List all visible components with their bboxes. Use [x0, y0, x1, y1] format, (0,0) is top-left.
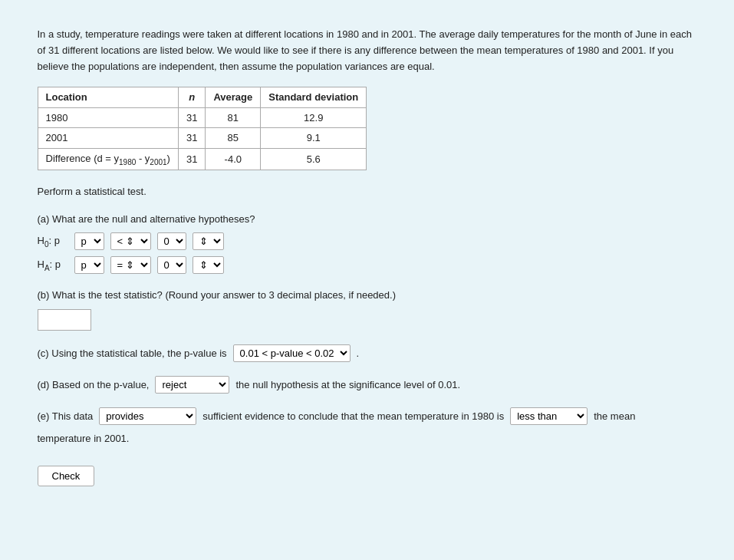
conclusion-suffix2: temperature in 2001. [38, 431, 697, 446]
h0-value-select[interactable]: 0 1 2 [157, 232, 186, 250]
part-d-suffix: the null hypothesis at the significance … [235, 377, 460, 393]
data-table: Location n Average Standard deviation 19… [38, 87, 367, 170]
row-avg-diff: -4.0 [206, 148, 261, 170]
h0-label: H0: p [38, 233, 68, 250]
row-sd-1980: 12.9 [261, 107, 367, 128]
row-location-1980: 1980 [38, 107, 178, 128]
part-e-suffix: the mean [594, 409, 635, 424]
row-avg-2001: 85 [206, 128, 261, 149]
row-sd-diff: 5.6 [261, 148, 367, 170]
decision-select[interactable]: reject fail to reject [155, 376, 229, 394]
part-c-label: (c) Using the statistical table, the p-v… [38, 346, 227, 361]
conclusion-row: (e) This data provides does not provide … [38, 407, 697, 425]
row-n-1980: 31 [178, 107, 205, 128]
intro-text: In a study, temperature readings were ta… [38, 27, 697, 74]
comparison-select[interactable]: less than greater than equal to not equa… [510, 407, 588, 425]
main-container: In a study, temperature readings were ta… [22, 15, 713, 498]
pvalue-period: . [357, 346, 360, 361]
row-location-diff: Difference (d = y1980 - y2001) [38, 148, 178, 170]
part-c-section: (c) Using the statistical table, the p-v… [38, 344, 697, 362]
h0-row: H0: p p μ σ < ⇕ < > = ≠ 0 1 2 ⇕ 0 1 [38, 232, 697, 250]
row-n-2001: 31 [178, 128, 205, 149]
h0-relation-select[interactable]: < ⇕ < > = ≠ [110, 232, 151, 250]
decision-row: (d) Based on the p-value, reject fail to… [38, 376, 697, 394]
ha-label: HA: p [38, 257, 68, 274]
table-row: 1980 31 81 12.9 [38, 107, 367, 128]
part-d-section: (d) Based on the p-value, reject fail to… [38, 376, 697, 394]
ha-param-select[interactable]: p μ σ [74, 256, 104, 274]
test-statistic-input[interactable] [38, 309, 91, 331]
part-a-section: (a) What are the null and alternative hy… [38, 212, 697, 275]
h0-value2-select[interactable]: ⇕ 0 1 [193, 232, 224, 250]
perform-text: Perform a statistical test. [38, 184, 697, 199]
ha-row: HA: p p μ σ = ⇕ = ≠ < > 0 1 2 ⇕ 0 1 [38, 256, 697, 274]
row-location-2001: 2001 [38, 128, 178, 149]
col-location: Location [38, 87, 178, 108]
table-row: Difference (d = y1980 - y2001) 31 -4.0 5… [38, 148, 367, 170]
table-row: 2001 31 85 9.1 [38, 128, 367, 149]
part-e-prefix: (e) This data [38, 409, 94, 424]
h0-param-select[interactable]: p μ σ [74, 232, 104, 250]
pvalue-select[interactable]: 0.01 < p-value < 0.02 p-value < 0.01 0.0… [233, 344, 351, 362]
part-b-label: (b) What is the test statistic? (Round y… [38, 288, 697, 303]
row-sd-2001: 9.1 [261, 128, 367, 149]
row-avg-1980: 81 [206, 107, 261, 128]
provides-select[interactable]: provides does not provide [99, 407, 196, 425]
ha-value-select[interactable]: 0 1 2 [157, 256, 186, 274]
part-a-label: (a) What are the null and alternative hy… [38, 212, 697, 227]
ha-relation-select[interactable]: = ⇕ = ≠ < > [110, 256, 151, 274]
col-average: Average [206, 87, 261, 108]
part-e-middle: sufficient evidence to conclude that the… [202, 409, 504, 424]
ha-value2-select[interactable]: ⇕ 0 1 [193, 256, 224, 274]
row-n-diff: 31 [178, 148, 205, 170]
col-sd: Standard deviation [261, 87, 367, 108]
part-d-label: (d) Based on the p-value, [38, 377, 150, 393]
check-button[interactable]: Check [38, 466, 95, 486]
pvalue-row: (c) Using the statistical table, the p-v… [38, 344, 697, 362]
part-e-section: (e) This data provides does not provide … [38, 407, 697, 446]
col-n: n [178, 87, 205, 108]
part-b-section: (b) What is the test statistic? (Round y… [38, 288, 697, 331]
